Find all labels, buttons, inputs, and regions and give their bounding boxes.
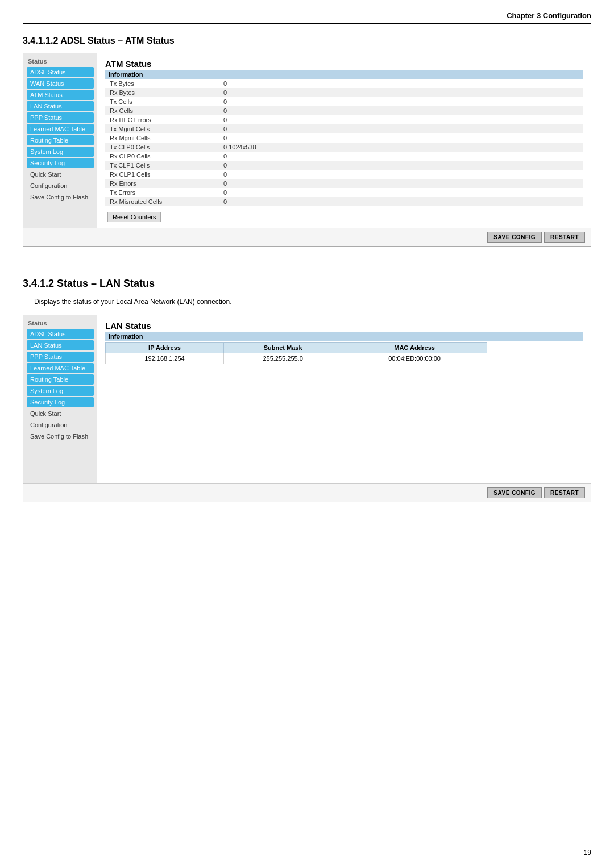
lan-save-config-button[interactable]: SAVE CONFIG bbox=[487, 487, 542, 498]
sidebar-item-adsl-status-1[interactable]: ADSL Status bbox=[27, 67, 94, 77]
reset-counters-button[interactable]: Reset Counters bbox=[107, 212, 161, 222]
atm-sidebar: Status ADSL Status WAN Status ATM Status… bbox=[23, 53, 97, 228]
sidebar-item-learned-mac-2[interactable]: Learned MAC Table bbox=[27, 363, 94, 373]
page-number: 19 bbox=[584, 849, 591, 857]
sidebar-item-ppp-status-2[interactable]: PPP Status bbox=[27, 352, 94, 362]
lan-sidebar-status-label: Status bbox=[27, 320, 94, 327]
lan-main-content: LAN Status Information IP Address Subnet… bbox=[97, 315, 591, 483]
sidebar-item-lan-status-1[interactable]: LAN Status bbox=[27, 101, 94, 111]
sidebar-item-quick-start-2[interactable]: Quick Start bbox=[27, 408, 94, 419]
sidebar-item-system-log-2[interactable]: System Log bbox=[27, 386, 94, 396]
sidebar-item-atm-status[interactable]: ATM Status bbox=[27, 90, 94, 100]
lan-frame-footer: SAVE CONFIG RESTART bbox=[23, 483, 591, 502]
sidebar-item-routing-1[interactable]: Routing Table bbox=[27, 135, 94, 145]
atm-content-title: ATM Status bbox=[105, 59, 583, 69]
atm-restart-button[interactable]: RESTART bbox=[544, 232, 585, 243]
sidebar-item-security-log-2[interactable]: Security Log bbox=[27, 397, 94, 407]
table-row: Rx Misrouted Cells0 bbox=[105, 197, 583, 206]
chapter-header: Chapter 3 Configuration bbox=[23, 11, 591, 24]
atm-frame-footer: SAVE CONFIG RESTART bbox=[23, 228, 591, 246]
atm-status-table: Tx Bytes0 Rx Bytes0 Tx Cells0 Rx Cells0 … bbox=[105, 79, 583, 206]
table-row: Rx Bytes0 bbox=[105, 88, 583, 97]
sidebar-item-configuration-2[interactable]: Configuration bbox=[27, 420, 94, 430]
table-row: Tx Mgmt Cells0 bbox=[105, 124, 583, 133]
sidebar-item-ppp-status-1[interactable]: PPP Status bbox=[27, 112, 94, 123]
lan-spacer bbox=[105, 364, 583, 478]
table-row: Tx Cells0 bbox=[105, 97, 583, 106]
sidebar-item-adsl-status-2[interactable]: ADSL Status bbox=[27, 329, 94, 339]
lan-info-header: Information bbox=[105, 332, 583, 341]
table-row: Tx Errors0 bbox=[105, 188, 583, 197]
section1-title: 3.4.1.1.2 ADSL Status – ATM Status bbox=[23, 36, 591, 46]
table-row: Tx CLP0 Cells0 1024x538 bbox=[105, 143, 583, 152]
sidebar-item-security-log-1[interactable]: Security Log bbox=[27, 158, 94, 168]
atm-info-header: Information bbox=[105, 70, 583, 79]
sidebar-item-lan-status-2[interactable]: LAN Status bbox=[27, 340, 94, 350]
table-row: Tx CLP1 Cells0 bbox=[105, 161, 583, 170]
reset-counters-container: Reset Counters bbox=[105, 210, 583, 222]
sidebar-item-learned-mac-1[interactable]: Learned MAC Table bbox=[27, 124, 94, 134]
col-ip-address: IP Address bbox=[106, 343, 224, 353]
lan-sidebar: Status ADSL Status LAN Status PPP Status… bbox=[23, 315, 97, 483]
sidebar-item-save-config-1[interactable]: Save Config to Flash bbox=[27, 192, 94, 202]
table-row: Rx HEC Errors0 bbox=[105, 115, 583, 124]
chapter-title: Chapter 3 Configuration bbox=[507, 11, 591, 20]
section2-description: Displays the status of your Local Area N… bbox=[34, 298, 591, 306]
cell-subnet: 255.255.255.0 bbox=[224, 353, 342, 364]
lan-content-title: LAN Status bbox=[105, 321, 583, 331]
sidebar-item-wan-status[interactable]: WAN Status bbox=[27, 78, 94, 89]
sidebar-item-save-config-2[interactable]: Save Config to Flash bbox=[27, 431, 94, 441]
table-row: Rx Errors0 bbox=[105, 179, 583, 188]
col-mac-address: MAC Address bbox=[342, 343, 487, 353]
table-row: Rx CLP1 Cells0 bbox=[105, 170, 583, 179]
lan-status-frame: Status ADSL Status LAN Status PPP Status… bbox=[23, 315, 591, 502]
lan-table-header-row: IP Address Subnet Mask MAC Address bbox=[106, 343, 487, 353]
atm-save-config-button[interactable]: SAVE CONFIG bbox=[487, 232, 542, 243]
sidebar-item-routing-2[interactable]: Routing Table bbox=[27, 374, 94, 385]
table-row: Rx Cells0 bbox=[105, 106, 583, 115]
section2-title: 3.4.1.2 Status – LAN Status bbox=[23, 278, 591, 290]
lan-restart-button[interactable]: RESTART bbox=[544, 487, 585, 498]
atm-sidebar-status-label: Status bbox=[27, 58, 94, 65]
cell-ip: 192.168.1.254 bbox=[106, 353, 224, 364]
col-subnet-mask: Subnet Mask bbox=[224, 343, 342, 353]
table-row: Rx Mgmt Cells0 bbox=[105, 133, 583, 143]
table-row: Tx Bytes0 bbox=[105, 79, 583, 88]
sidebar-item-quick-start-1[interactable]: Quick Start bbox=[27, 169, 94, 180]
atm-main-content: ATM Status Information Tx Bytes0 Rx Byte… bbox=[97, 53, 591, 228]
sidebar-item-configuration-1[interactable]: Configuration bbox=[27, 181, 94, 191]
lan-status-table: IP Address Subnet Mask MAC Address 192.1… bbox=[105, 342, 487, 364]
separator-line bbox=[23, 264, 591, 264]
cell-mac: 00:04:ED:00:00:00 bbox=[342, 353, 487, 364]
atm-status-frame: Status ADSL Status WAN Status ATM Status… bbox=[23, 53, 591, 247]
table-row: 192.168.1.254 255.255.255.0 00:04:ED:00:… bbox=[106, 353, 487, 364]
sidebar-item-system-log-1[interactable]: System Log bbox=[27, 147, 94, 157]
table-row: Rx CLP0 Cells0 bbox=[105, 152, 583, 161]
